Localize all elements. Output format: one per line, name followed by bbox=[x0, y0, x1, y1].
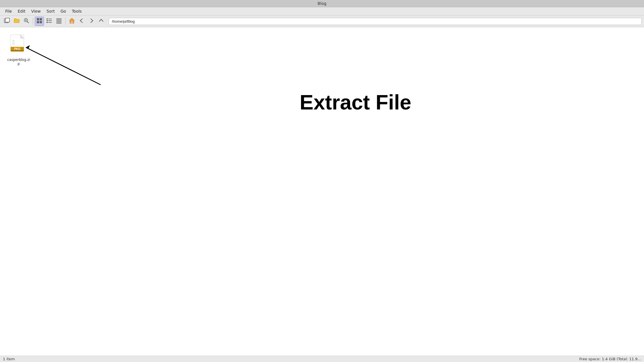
forward-icon bbox=[88, 18, 95, 25]
back-icon bbox=[78, 18, 85, 25]
new-window-button[interactable] bbox=[2, 17, 12, 26]
back-button[interactable] bbox=[77, 17, 86, 26]
svg-rect-1 bbox=[5, 18, 9, 22]
toolbar bbox=[0, 16, 644, 27]
svg-rect-7 bbox=[40, 18, 42, 20]
up-button[interactable] bbox=[97, 17, 106, 26]
file-label: casperblog.zip bbox=[7, 58, 30, 66]
open-folder-button[interactable] bbox=[12, 17, 21, 26]
svg-rect-9 bbox=[40, 21, 42, 23]
compact-view-icon bbox=[56, 18, 62, 25]
menu-edit[interactable]: Edit bbox=[15, 8, 28, 15]
new-window-icon bbox=[4, 18, 10, 25]
zoom-icon bbox=[23, 18, 30, 25]
svg-rect-10 bbox=[47, 18, 48, 20]
svg-rect-8 bbox=[37, 21, 39, 23]
forward-button[interactable] bbox=[87, 17, 96, 26]
svg-rect-27 bbox=[12, 43, 15, 44]
svg-rect-13 bbox=[48, 20, 52, 21]
svg-line-31 bbox=[26, 47, 101, 85]
compact-view-button[interactable] bbox=[54, 17, 64, 26]
menu-file[interactable]: File bbox=[2, 8, 15, 15]
item-count: 1 item bbox=[3, 357, 15, 361]
menu-bar: File Edit View Sort Go Tools bbox=[0, 7, 644, 16]
svg-rect-25 bbox=[12, 40, 15, 41]
free-space: Free space: 1.4 GiB (Total: 11.9... bbox=[579, 357, 641, 361]
svg-rect-6 bbox=[37, 18, 39, 20]
window-title: Blog bbox=[318, 1, 327, 6]
title-bar: Blog bbox=[0, 0, 644, 7]
svg-rect-11 bbox=[48, 19, 52, 19]
menu-go[interactable]: Go bbox=[58, 8, 69, 15]
list-view-button[interactable] bbox=[45, 17, 54, 26]
address-bar[interactable] bbox=[109, 18, 642, 25]
folder-icon bbox=[14, 18, 20, 25]
svg-rect-26 bbox=[12, 42, 15, 43]
zoom-button[interactable] bbox=[22, 17, 31, 26]
status-bar: 1 item Free space: 1.4 GiB (Total: 11.9.… bbox=[0, 356, 644, 362]
main-content: PKG casperblog.zip Extract File bbox=[0, 27, 644, 356]
svg-rect-15 bbox=[48, 22, 52, 23]
separator-2 bbox=[65, 18, 66, 25]
extract-file-label: Extract File bbox=[300, 90, 411, 114]
svg-rect-12 bbox=[47, 20, 48, 21]
svg-rect-22 bbox=[71, 21, 73, 23]
icon-view-button[interactable] bbox=[35, 17, 44, 26]
file-item[interactable]: PKG casperblog.zip bbox=[6, 33, 32, 67]
arrow-annotation bbox=[23, 39, 109, 96]
menu-view[interactable]: View bbox=[28, 8, 44, 15]
file-icon: PKG bbox=[9, 34, 28, 57]
up-icon bbox=[98, 18, 104, 25]
list-view-icon bbox=[46, 18, 52, 25]
svg-rect-14 bbox=[47, 22, 48, 23]
icon-view-icon bbox=[36, 18, 43, 25]
home-button[interactable] bbox=[67, 17, 76, 26]
menu-sort[interactable]: Sort bbox=[44, 8, 58, 15]
file-area: PKG casperblog.zip Extract File bbox=[0, 27, 644, 73]
separator-1 bbox=[33, 18, 33, 25]
home-icon bbox=[69, 18, 75, 25]
svg-text:PKG: PKG bbox=[14, 47, 20, 51]
menu-tools[interactable]: Tools bbox=[69, 8, 85, 15]
svg-line-3 bbox=[27, 22, 29, 23]
